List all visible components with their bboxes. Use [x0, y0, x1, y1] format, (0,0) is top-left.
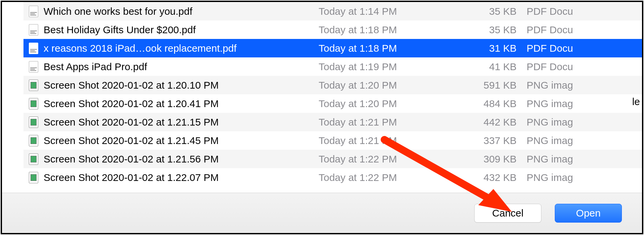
file-name: Screen Shot 2020-01-02 at 1.20.10 PM: [44, 80, 319, 91]
file-name: Which one works best for you.pdf: [44, 6, 319, 17]
file-row[interactable]: Best Holiday Gifts Under $200.pdfToday a…: [23, 20, 642, 39]
file-kind: PDF Docu: [527, 6, 642, 17]
file-kind: PDF Docu: [527, 61, 642, 73]
file-date: Today at 1:20 PM: [319, 98, 460, 109]
file-row[interactable]: Screen Shot 2020-01-02 at 1.22.07 PMToda…: [23, 168, 642, 187]
file-row[interactable]: Screen Shot 2020-01-02 at 1.21.45 PMToda…: [23, 131, 642, 150]
file-row[interactable]: Screen Shot 2020-01-02 at 1.20.10 PMToda…: [23, 76, 642, 94]
file-size: 591 KB: [460, 80, 527, 91]
pdf-file-icon: [23, 43, 44, 54]
file-date: Today at 1:18 PM: [319, 43, 460, 54]
png-file-icon: [23, 172, 44, 183]
file-name: Best Apps iPad Pro.pdf: [44, 61, 319, 73]
file-name: Screen Shot 2020-01-02 at 1.21.56 PM: [44, 153, 319, 165]
file-name: Screen Shot 2020-01-02 at 1.21.15 PM: [44, 116, 319, 128]
file-date: Today at 1:18 PM: [319, 24, 460, 36]
file-kind: PDF Docu: [527, 43, 642, 54]
file-date: Today at 1:22 PM: [319, 153, 460, 165]
cropped-text-fragment: le: [632, 96, 640, 107]
cancel-button[interactable]: Cancel: [474, 204, 541, 223]
file-size: 337 KB: [460, 135, 527, 146]
open-button[interactable]: Open: [555, 204, 622, 223]
png-file-icon: [23, 135, 44, 146]
file-row[interactable]: Screen Shot 2020-01-02 at 1.21.56 PMToda…: [23, 150, 642, 168]
file-kind: PDF Docu: [527, 24, 642, 36]
file-date: Today at 1:21 PM: [319, 135, 460, 146]
file-kind: PNG imag: [527, 172, 642, 183]
file-date: Today at 1:20 PM: [319, 80, 460, 91]
file-kind: PNG imag: [527, 135, 642, 146]
pdf-file-icon: [23, 61, 44, 73]
pdf-file-icon: [23, 24, 44, 36]
png-file-icon: [23, 153, 44, 165]
file-size: 442 KB: [460, 116, 527, 128]
file-name: Screen Shot 2020-01-02 at 1.22.07 PM: [44, 172, 319, 183]
file-row[interactable]: Screen Shot 2020-01-02 at 1.21.15 PMToda…: [23, 113, 642, 131]
file-name: x reasons 2018 iPad…ook replacement.pdf: [44, 43, 319, 54]
png-file-icon: [23, 80, 44, 91]
file-size: 432 KB: [460, 172, 527, 183]
file-kind: PNG imag: [527, 153, 642, 165]
file-size: 484 KB: [460, 98, 527, 109]
file-size: 309 KB: [460, 153, 527, 165]
file-date: Today at 1:22 PM: [319, 172, 460, 183]
file-row[interactable]: x reasons 2018 iPad…ook replacement.pdfT…: [23, 39, 642, 57]
file-size: 31 KB: [460, 43, 527, 54]
file-row[interactable]: Which one works best for you.pdfToday at…: [23, 2, 642, 20]
file-name: Screen Shot 2020-01-02 at 1.20.41 PM: [44, 98, 319, 109]
file-row[interactable]: Best Apps iPad Pro.pdfToday at 1:19 PM41…: [23, 57, 642, 76]
file-size: 35 KB: [460, 24, 527, 36]
file-name: Screen Shot 2020-01-02 at 1.21.45 PM: [44, 135, 319, 146]
file-kind: PNG imag: [527, 116, 642, 128]
dialog-footer: Cancel Open: [2, 193, 642, 233]
file-kind: PNG imag: [527, 80, 642, 91]
file-row[interactable]: Screen Shot 2020-01-02 at 1.20.41 PMToda…: [23, 94, 642, 113]
file-date: Today at 1:19 PM: [319, 61, 460, 73]
file-date: Today at 1:14 PM: [319, 6, 460, 17]
file-name: Best Holiday Gifts Under $200.pdf: [44, 24, 319, 36]
file-open-dialog: Which one works best for you.pdfToday at…: [1, 1, 643, 234]
file-size: 35 KB: [460, 6, 527, 17]
file-size: 41 KB: [460, 61, 527, 73]
file-date: Today at 1:21 PM: [319, 116, 460, 128]
file-list[interactable]: Which one works best for you.pdfToday at…: [23, 2, 642, 187]
file-kind: PNG imag: [527, 98, 642, 109]
png-file-icon: [23, 98, 44, 109]
png-file-icon: [23, 116, 44, 128]
pdf-file-icon: [23, 6, 44, 17]
